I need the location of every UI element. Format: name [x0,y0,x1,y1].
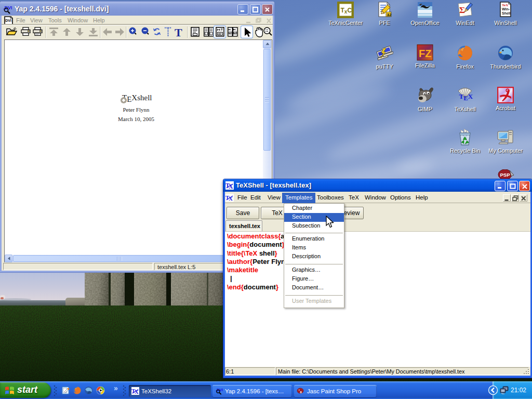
svg-text:DVI: DVI [5,19,11,22]
svg-text:Σ: Σ [459,5,465,15]
svg-text:Win-: Win- [502,7,510,11]
svg-text:TEX: TEX [459,92,473,102]
svg-text:32: 32 [387,12,392,17]
svg-text:T: T [175,26,182,39]
svg-text:TeX: TeX [502,3,508,7]
svg-text:FZ: FZ [419,48,431,59]
svg-text:Shell: Shell [502,11,511,15]
svg-text:8: 8 [300,390,302,394]
svg-text:PSP: PSP [500,172,511,178]
